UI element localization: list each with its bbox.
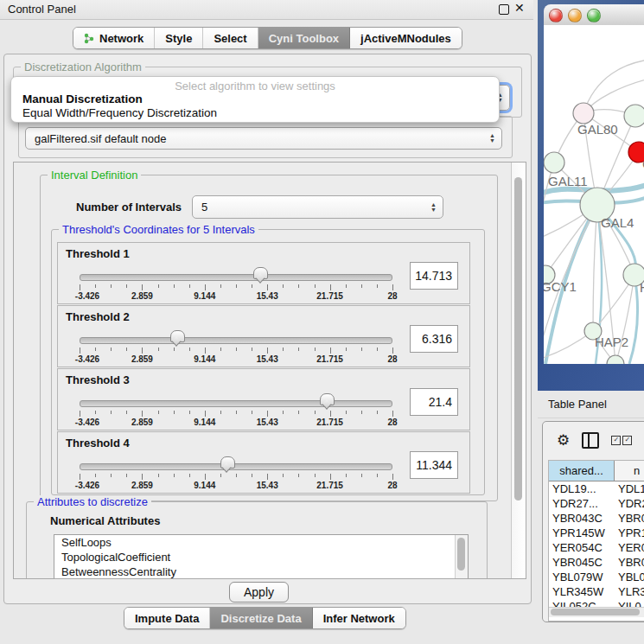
tab-cyni-toolbox[interactable]: Cyni Toolbox <box>258 28 350 48</box>
combo-arrows-icon: ▲▼ <box>430 196 437 218</box>
minor-tick <box>298 411 299 414</box>
thresholds-group: Threshold's Coordinates for 5 Intervals … <box>51 229 485 495</box>
float-window-icon[interactable] <box>499 4 509 15</box>
network-node[interactable] <box>573 103 594 124</box>
table-row[interactable]: YPR145WYPR1 <box>549 526 644 540</box>
minor-tick <box>189 474 190 477</box>
network-icon <box>84 33 95 44</box>
checkbox-icon[interactable]: ✓ <box>622 436 632 445</box>
table-row[interactable]: YER054CYER0 <box>549 540 644 555</box>
minor-tick <box>361 284 362 288</box>
threshold-slider[interactable]: -3.4262.8599.14415.4321.71528 <box>80 269 392 302</box>
slider-track[interactable] <box>80 463 392 470</box>
network-window-titlebar[interactable] <box>544 4 644 26</box>
major-tick <box>205 284 206 290</box>
table-data-combobox[interactable]: galFiltered.sif default node ▲▼ <box>25 127 502 150</box>
minor-tick <box>377 411 378 414</box>
minor-tick <box>298 474 299 477</box>
network-edge[interactable] <box>593 205 597 331</box>
table-panel-header: Table Panel <box>538 391 644 418</box>
table-horizontal-scrollbar[interactable] <box>549 607 644 617</box>
network-canvas[interactable]: GAL80GCGAL11GAL4GCY1HHAP2 <box>544 25 644 364</box>
threshold-slider[interactable]: -3.4262.8599.14415.4321.71528 <box>80 395 392 428</box>
dropdown-option-equal-width[interactable]: Equal Width/Frequency Discretization <box>22 106 217 119</box>
threshold-slider[interactable]: -3.4262.8599.14415.4321.71528 <box>80 332 392 365</box>
slider-thumb[interactable] <box>170 330 185 342</box>
tab-network[interactable]: Network <box>73 28 155 48</box>
cell-shared-name: YBL079W <box>549 570 615 584</box>
slider-track[interactable] <box>80 337 392 344</box>
tick-label: 15.43 <box>257 481 278 490</box>
slider-thumb[interactable] <box>320 393 335 405</box>
node-label: GAL80 <box>577 122 618 137</box>
tick-label: 28 <box>387 418 397 427</box>
tick-label: 2.859 <box>131 418 153 427</box>
table-row[interactable]: YDR27...YDR2 <box>549 496 644 511</box>
tab-style[interactable]: Style <box>155 28 203 48</box>
threshold-slider[interactable]: -3.4262.8599.14415.4321.71528 <box>80 458 392 491</box>
close-traffic-light-icon[interactable] <box>549 9 563 22</box>
tick-label: 2.859 <box>131 291 153 301</box>
tick-label: 28 <box>387 291 397 301</box>
tab-jactivemnodules[interactable]: jActiveMNodules <box>350 28 462 48</box>
threshold-value-field[interactable] <box>410 262 458 290</box>
minor-tick <box>236 284 237 288</box>
minor-tick <box>252 474 252 477</box>
attributes-scrollbar[interactable] <box>455 535 468 579</box>
tick-label: 28 <box>387 354 397 364</box>
table-toolbar: ⚙ ✓ ✓ <box>543 422 644 458</box>
column-header-name[interactable]: n <box>615 461 644 481</box>
network-node[interactable] <box>624 105 644 127</box>
table-panel-title: Table Panel <box>548 398 607 411</box>
threshold-value-field[interactable] <box>410 451 458 479</box>
minor-tick <box>220 348 221 351</box>
apply-button[interactable]: Apply <box>229 582 289 603</box>
list-item[interactable]: SelfLoops <box>54 535 468 550</box>
checkbox-icon[interactable]: ✓ <box>611 436 621 445</box>
minor-tick <box>111 411 112 414</box>
minor-tick <box>346 284 347 288</box>
split-columns-icon[interactable] <box>582 432 599 449</box>
tab-impute-data[interactable]: Impute Data <box>124 608 210 628</box>
numerical-attributes-list[interactable]: SelfLoopsTopologicalCoefficientBetweenne… <box>54 534 469 579</box>
slider-track[interactable] <box>80 274 392 281</box>
dropdown-option-manual[interactable]: Manual Discretization <box>22 92 143 105</box>
list-item[interactable]: TopologicalCoefficient <box>54 550 468 564</box>
minimize-traffic-light-icon[interactable] <box>568 9 582 22</box>
threshold-value-field[interactable] <box>410 388 458 416</box>
scrollbar-thumb[interactable] <box>514 177 522 501</box>
table-row[interactable]: YBR045CYBR0 <box>549 555 644 570</box>
close-icon[interactable]: ✕ <box>514 1 525 15</box>
table-row[interactable]: YBL079WYBL0 <box>549 570 644 584</box>
table-header-row: shared... n <box>549 461 644 481</box>
cell-name: YDR2 <box>615 496 644 511</box>
node-label: GAL11 <box>548 174 588 188</box>
table-row[interactable]: YBR043CYBR0 <box>549 511 644 526</box>
threshold-label: Threshold 4 <box>66 437 130 450</box>
gear-icon[interactable]: ⚙ <box>557 431 570 450</box>
tab-select[interactable]: Select <box>203 28 258 48</box>
tab-discretize-data[interactable]: Discretize Data <box>210 608 312 628</box>
minor-tick <box>315 474 316 477</box>
zoom-traffic-light-icon[interactable] <box>587 9 601 22</box>
column-header-shared-name[interactable]: shared... <box>549 461 615 481</box>
table-row[interactable]: YDL19...YDL1 <box>549 481 644 496</box>
slider-thumb[interactable] <box>253 267 268 279</box>
table-row[interactable]: YLR345WYLR3 <box>549 584 644 599</box>
table-rows: YDL19...YDL1YDR27...YDR2YBR043CYBR0YPR14… <box>549 481 644 614</box>
network-edge[interactable] <box>615 275 634 364</box>
slider-thumb[interactable] <box>220 456 235 469</box>
scrollbar-thumb[interactable] <box>457 538 465 571</box>
list-item[interactable]: BetweennessCentrality <box>54 564 468 579</box>
num-intervals-combobox[interactable]: 5 ▲▼ <box>192 195 443 219</box>
network-edge-highlighted[interactable] <box>629 275 638 364</box>
network-node[interactable] <box>544 152 564 173</box>
settings-scrollbar[interactable] <box>511 163 526 578</box>
threshold-value-field[interactable] <box>410 325 458 353</box>
checkbox-icons[interactable]: ✓ ✓ <box>611 436 632 445</box>
tab-infer-network[interactable]: Infer Network <box>313 608 405 628</box>
slider-track[interactable] <box>80 400 392 407</box>
scrollbar-thumb[interactable] <box>551 609 640 615</box>
tick-label: 28 <box>387 481 397 490</box>
tick-label: 9.144 <box>194 291 215 301</box>
